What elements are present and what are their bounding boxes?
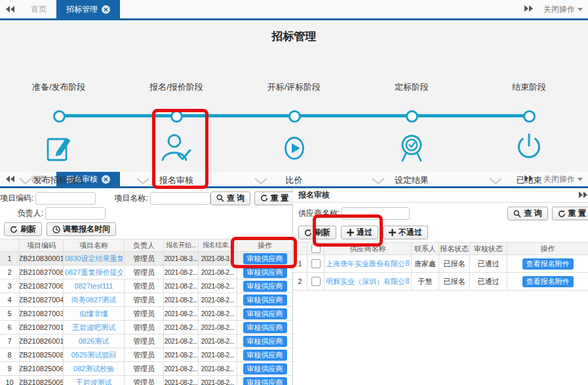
view-attachment-button[interactable]: 查看报名附件 xyxy=(522,258,574,270)
refresh-button[interactable]: 刷新 xyxy=(298,226,336,239)
edit-icon[interactable] xyxy=(41,130,77,171)
expand-tabs-icon[interactable] xyxy=(524,5,533,14)
seal-check-icon[interactable] xyxy=(393,130,430,171)
view-attachment-button[interactable]: 查看报名附件 xyxy=(522,276,574,287)
stage-flow-panel: 招标管理 准备/发布阶段 发布招标项目 报名/报价阶 xyxy=(0,20,588,172)
select-all-checkbox[interactable] xyxy=(311,244,321,253)
review-supplier-button[interactable]: 审核供应商 xyxy=(243,350,287,361)
manager-cell: 管理员 xyxy=(125,362,164,375)
stage-finished: 结束阶段 已结束 xyxy=(471,20,588,172)
review-supplier-button[interactable]: 审核供应商 xyxy=(243,267,287,278)
row-index: 2 xyxy=(293,273,307,290)
user-check-icon[interactable] xyxy=(158,130,195,171)
clock-icon xyxy=(52,226,60,233)
row-checkbox[interactable] xyxy=(311,277,321,286)
project-code-cell: ZB210825005 xyxy=(20,376,64,385)
project-name-link[interactable]: 王碧波测试 xyxy=(76,378,112,385)
supplier-name-link[interactable]: 上海唐年实业股份有限公司 xyxy=(326,259,410,269)
header-registration-status: 报名状态 xyxy=(439,243,470,254)
row-checkbox[interactable] xyxy=(311,259,321,268)
phase-label: 准备/发布阶段 xyxy=(0,81,117,93)
review-supplier-button[interactable]: 审核供应商 xyxy=(243,322,287,333)
review-toolbar: 刷新 通过 不通过 xyxy=(298,226,588,239)
start-time-cell: 2021-08-2... xyxy=(164,348,199,361)
supplier-name-input[interactable] xyxy=(342,207,410,220)
query-button[interactable]: 查 询 xyxy=(210,192,250,205)
project-table-header: 项目编码 项目名称 负责人 报名开始... 报名结束... 操作 xyxy=(0,239,292,252)
project-name-link[interactable]: 0525测试驳回 xyxy=(71,350,116,360)
project-name-input[interactable] xyxy=(150,192,210,205)
reject-button[interactable]: 不通过 xyxy=(383,226,428,239)
header-end-time: 报名结束... xyxy=(199,239,237,251)
stage-action-label[interactable]: 已结束 xyxy=(471,174,588,186)
manager-cell: 管理员 xyxy=(125,279,164,293)
project-name-link[interactable]: 0830设定结果重复... xyxy=(65,254,123,264)
project-table-row[interactable]: 4 ZB210827004 尚美0827测试 管理员 2021-08-2... … xyxy=(0,293,292,307)
project-name-link[interactable]: 082测试校验 xyxy=(73,364,114,374)
header-start-time: 报名开始... xyxy=(164,239,199,251)
reset-button[interactable]: 重 置 xyxy=(254,192,294,205)
collapse-tabs-icon[interactable] xyxy=(0,0,21,18)
tab-home[interactable]: 首页 xyxy=(21,0,56,18)
project-toolbar: 刷新 调整报名时间 xyxy=(4,222,292,236)
review-supplier-button[interactable]: 审核供应商 xyxy=(243,377,287,385)
review-supplier-button[interactable]: 审核供应商 xyxy=(243,253,287,264)
start-time-cell: 2021-08-2... xyxy=(164,376,199,385)
project-code-cell: ZB210827003 xyxy=(20,307,64,320)
refresh-button[interactable]: 刷新 xyxy=(4,222,42,236)
header-actions: 操作 xyxy=(237,239,292,251)
top-tabbar: 首页 招标管理 关闭操作 xyxy=(0,0,588,20)
approve-button[interactable]: 通过 xyxy=(341,226,378,239)
row-index: 1 xyxy=(293,255,307,272)
project-name-link[interactable]: 0826测试 xyxy=(79,336,109,346)
tab-close-icon[interactable] xyxy=(102,5,110,14)
project-table-row[interactable]: 1 ZB210830001 0830设定结果重复... 管理员 2021-08-… xyxy=(0,252,292,266)
adjust-registration-time-button[interactable]: 调整报名时间 xyxy=(47,222,116,236)
stage-action-label[interactable]: 设定结果 xyxy=(353,174,470,186)
stage-open-evaluate: 开标/评标阶段 比价 xyxy=(235,20,353,172)
reset-button[interactable]: 重 置 xyxy=(552,207,588,220)
plus-icon xyxy=(347,229,354,236)
project-name-link[interactable]: 0827test111 xyxy=(75,282,113,290)
project-name-link[interactable]: 尚美0827测试 xyxy=(71,295,116,305)
expand-panel-icon[interactable] xyxy=(578,191,587,200)
project-table-row[interactable]: 7 ZB210826001 0826测试 管理员 2021-08-2... 20… xyxy=(0,334,292,348)
end-time-cell: 2021-08-2... xyxy=(199,362,237,375)
query-button[interactable]: 查 询 xyxy=(507,207,547,220)
project-code-input[interactable] xyxy=(35,192,96,205)
manager-cell: 管理员 xyxy=(125,293,164,306)
project-table-row[interactable]: 5 ZB210827003 似懂非懂 管理员 2021-08-2... 2021… xyxy=(0,307,292,321)
review-supplier-button[interactable]: 审核供应商 xyxy=(243,308,287,319)
project-table-row[interactable]: 2 ZB210827008 0827重复报价提交... 管理员 2021-08-… xyxy=(0,266,292,279)
project-table-row[interactable]: 6 ZB210827001 王碧波吧测试 管理员 2021-08-2... 20… xyxy=(0,321,292,334)
review-supplier-button[interactable]: 审核供应商 xyxy=(243,363,287,375)
end-time-cell: 2021-08-2... xyxy=(199,321,237,334)
manager-input[interactable] xyxy=(45,207,106,220)
project-code-cell: ZB210825008 xyxy=(20,348,64,361)
review-supplier-button[interactable]: 审核供应商 xyxy=(243,294,287,306)
stage-action-label[interactable]: 报名审核 xyxy=(117,174,235,186)
stage-award: 定标阶段 设定结果 xyxy=(353,20,470,172)
close-operations-dropdown[interactable]: 关闭操作 xyxy=(543,4,583,15)
review-supplier-button[interactable]: 审核供应商 xyxy=(243,336,287,347)
project-name-link[interactable]: 0827重复报价提交... xyxy=(65,268,123,277)
tab-bidding-management[interactable]: 招标管理 xyxy=(56,0,120,18)
play-circle-icon[interactable] xyxy=(276,130,313,171)
supplier-table-row[interactable]: 1 上海唐年实业股份有限公司 唐家鑫 已报名 已通过 查看报名附件 xyxy=(293,255,588,273)
stage-action-label[interactable]: 发布招标项目 xyxy=(0,174,117,186)
phase-label: 报名/报价阶段 xyxy=(117,81,235,93)
review-supplier-button[interactable]: 审核供应商 xyxy=(243,281,287,292)
project-table-row[interactable]: 9 ZB210825006 082测试校验 管理员 2021-08-2... 2… xyxy=(0,362,292,376)
power-icon[interactable] xyxy=(511,130,547,171)
project-table-row[interactable]: 3 ZB210827006 0827test111 管理员 2021-08-2.… xyxy=(0,279,292,293)
stage-action-label[interactable]: 比价 xyxy=(235,174,353,186)
project-name-link[interactable]: 似懂非懂 xyxy=(79,309,108,319)
bidding-management-screen: 首页 招标管理 关闭操作 招标管理 准备/发布阶段 xyxy=(0,0,588,385)
project-table-row[interactable]: 8 ZB210825008 0525测试驳回 管理员 2021-08-2... … xyxy=(0,348,292,362)
header-project-code: 项目编码 xyxy=(20,239,64,251)
supplier-table-row[interactable]: 2 明辉实业（深圳）有限公司 于慧 已报名 已通过 查看报名附件 xyxy=(293,273,588,291)
project-table-row[interactable]: 10 ZB210825005 王碧波测试 管理员 2021-08-2... 20… xyxy=(0,376,292,385)
end-time-cell: 2021-08-3... xyxy=(199,252,237,265)
project-name-link[interactable]: 王碧波吧测试 xyxy=(72,323,115,333)
supplier-name-link[interactable]: 明辉实业（深圳）有限公司 xyxy=(326,277,410,287)
